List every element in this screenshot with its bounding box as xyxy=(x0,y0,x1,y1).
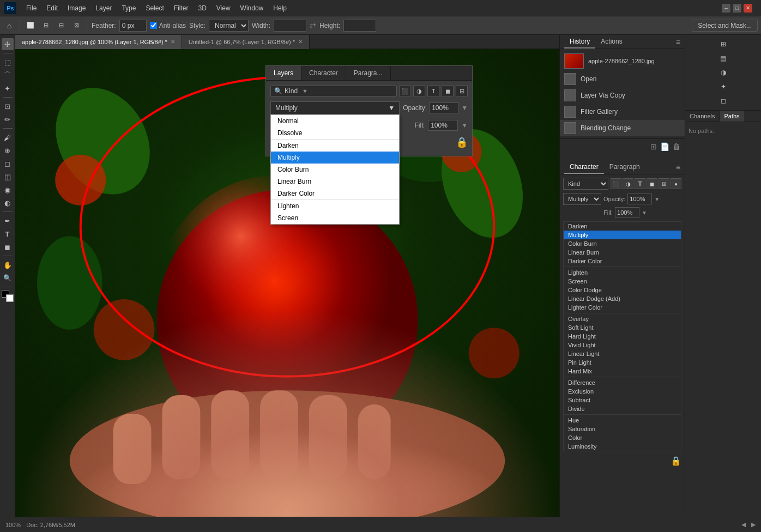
bm-vividlight[interactable]: Vivid Light xyxy=(564,341,681,349)
zoom-tool[interactable]: 🔍 xyxy=(2,272,14,284)
bm-darkercolor[interactable]: Darker Color xyxy=(564,257,681,265)
menu-image[interactable]: Image xyxy=(63,2,90,14)
minimize-btn[interactable]: – xyxy=(722,4,730,13)
char-pixel-icon[interactable]: ⬛ xyxy=(611,178,621,189)
intersect-selection-icon[interactable]: ⊠ xyxy=(70,20,82,32)
menu-layer[interactable]: Layer xyxy=(91,2,116,14)
select-mask-btn[interactable]: Select and Mask... xyxy=(692,20,758,32)
width-input[interactable] xyxy=(274,20,306,32)
char-smart-icon[interactable]: ⊞ xyxy=(659,178,669,189)
lasso-tool[interactable]: ⌒ xyxy=(2,69,14,81)
swap-icon[interactable]: ⇄ xyxy=(310,21,316,30)
clone-tool[interactable]: ⊕ xyxy=(2,144,14,156)
blur-tool[interactable]: ◉ xyxy=(2,184,14,196)
bm-darken[interactable]: Darken xyxy=(564,222,681,231)
tab-paths[interactable]: Paths xyxy=(720,111,744,122)
menu-3d[interactable]: 3D xyxy=(194,2,210,14)
bm-saturation[interactable]: Saturation xyxy=(564,425,681,433)
history-item-open[interactable]: Open xyxy=(560,71,685,87)
feather-input[interactable] xyxy=(119,20,147,32)
bm-softlight[interactable]: Soft Light xyxy=(564,323,681,332)
blend-option-screen[interactable]: Screen xyxy=(271,212,399,224)
bm-color[interactable]: Color xyxy=(564,433,681,442)
paragraph-tab[interactable]: Paragra... xyxy=(346,66,391,80)
character-tab[interactable]: Character xyxy=(301,66,346,80)
history-item-blending[interactable]: Blending Change xyxy=(560,120,685,136)
menu-edit[interactable]: Edit xyxy=(42,2,62,14)
layer-lock-icon[interactable]: 🔒 xyxy=(456,136,468,148)
bm-lighten[interactable]: Lighten xyxy=(564,268,681,277)
blend-option-dissolve[interactable]: Dissolve xyxy=(271,127,399,139)
subtract-selection-icon[interactable]: ⊟ xyxy=(55,20,67,32)
pen-tool[interactable]: ✒ xyxy=(2,215,14,227)
brush-tool[interactable]: 🖌 xyxy=(2,131,14,143)
dodge-tool[interactable]: ◐ xyxy=(2,197,14,209)
bm-hardmix[interactable]: Hard Mix xyxy=(564,367,681,376)
char-opacity-arrow[interactable]: ▼ xyxy=(654,196,660,202)
filter-text-icon[interactable]: T xyxy=(427,85,439,97)
filter-adjust-icon[interactable]: ◑ xyxy=(413,85,425,97)
tab-character[interactable]: Character xyxy=(564,161,604,174)
search-wrap[interactable]: 🔍 Kind ▼ xyxy=(270,86,397,96)
fill-arrow[interactable]: ▼ xyxy=(461,122,468,129)
menu-help[interactable]: Help xyxy=(269,2,291,14)
menu-type[interactable]: Type xyxy=(117,2,140,14)
menu-filter[interactable]: Filter xyxy=(170,2,193,14)
filter-smart-icon[interactable]: ⊞ xyxy=(456,85,468,97)
tab1-close[interactable]: ✕ xyxy=(171,39,175,45)
tab-channels[interactable]: Channels xyxy=(685,111,720,122)
tab-paragraph[interactable]: Paragraph xyxy=(604,161,645,174)
layers-stack-icon[interactable]: ▤ xyxy=(717,52,729,64)
blend-option-darkercolor[interactable]: Darker Color xyxy=(271,188,399,200)
antialias-checkbox[interactable]: Anti-alias xyxy=(150,22,186,29)
kind-arrow[interactable]: ▼ xyxy=(302,88,308,94)
tab-file2[interactable]: Untitled-1 @ 66,7% (Layer 1, RGB/8#) * ✕ xyxy=(182,35,310,49)
bm-exclusion[interactable]: Exclusion xyxy=(564,387,681,396)
adjustment-icon[interactable]: ◑ xyxy=(717,66,729,78)
crop-tool[interactable]: ⊡ xyxy=(2,100,14,112)
char-lock-icon[interactable]: 🔒 xyxy=(671,456,681,466)
blend-option-multiply[interactable]: Multiply xyxy=(271,152,399,164)
char-blend-select[interactable]: Multiply xyxy=(563,193,601,205)
bm-colordodge[interactable]: Color Dodge xyxy=(564,286,681,294)
blend-option-darken[interactable]: Darken xyxy=(271,140,399,152)
blend-option-lighten[interactable]: Lighten xyxy=(271,200,399,212)
bm-colorburn[interactable]: Color Burn xyxy=(564,239,681,248)
filter-pixel-icon[interactable]: ⬛ xyxy=(399,85,411,97)
snapshot-icon[interactable]: ⊞ xyxy=(650,142,657,151)
mask-icon[interactable]: ◻ xyxy=(717,95,729,107)
bm-hue[interactable]: Hue xyxy=(564,416,681,425)
home-icon[interactable]: ⌂ xyxy=(3,20,15,32)
bm-luminosity[interactable]: Luminosity xyxy=(564,442,681,451)
bm-subtract[interactable]: Subtract xyxy=(564,396,681,404)
blend-option-colorburn[interactable]: Color Burn xyxy=(271,164,399,176)
fill-input[interactable] xyxy=(428,120,458,131)
add-selection-icon[interactable]: ⊞ xyxy=(40,20,52,32)
shape-tool[interactable]: ◼ xyxy=(2,241,14,253)
char-shape-icon[interactable]: ◼ xyxy=(647,178,657,189)
history-item-layercopy[interactable]: Layer Via Copy xyxy=(560,87,685,104)
rect-select-tool[interactable]: ⬚ xyxy=(2,56,14,68)
bm-difference[interactable]: Difference xyxy=(564,378,681,387)
history-menu-icon[interactable]: ≡ xyxy=(676,38,680,46)
eyedropper-tool[interactable]: ✏ xyxy=(2,113,14,125)
bm-linearburn[interactable]: Linear Burn xyxy=(564,248,681,257)
antialias-check[interactable] xyxy=(150,22,157,29)
magic-wand-tool[interactable]: ✦ xyxy=(2,82,14,94)
eraser-tool[interactable]: ◻ xyxy=(2,158,14,170)
char-adjust-icon[interactable]: ◑ xyxy=(623,178,633,189)
char-menu-icon[interactable]: ≡ xyxy=(676,163,680,172)
scroll-left[interactable]: ◀ xyxy=(741,521,746,528)
char-text-icon[interactable]: T xyxy=(635,178,645,189)
blend-option-linearburn[interactable]: Linear Burn xyxy=(271,176,399,188)
bm-divide[interactable]: Divide xyxy=(564,404,681,413)
new-selection-icon[interactable]: ⬜ xyxy=(25,20,37,32)
blend-mode-select[interactable]: Multiply ▼ xyxy=(270,101,400,114)
char-kind-select[interactable]: Kind xyxy=(563,178,608,190)
bm-linearlight[interactable]: Linear Light xyxy=(564,349,681,358)
tab-history[interactable]: History xyxy=(564,35,595,49)
hand-tool[interactable]: ✋ xyxy=(2,259,14,271)
gradient-tool[interactable]: ◫ xyxy=(2,171,14,183)
new-document-icon[interactable]: 📄 xyxy=(660,142,669,151)
layers-tab[interactable]: Layers xyxy=(266,66,301,80)
